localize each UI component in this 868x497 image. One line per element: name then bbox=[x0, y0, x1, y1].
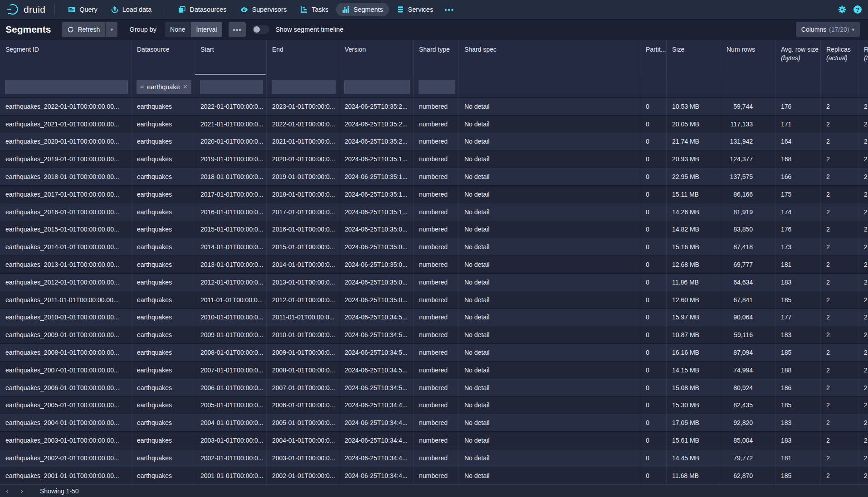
segment-timeline-toggle[interactable] bbox=[252, 25, 269, 34]
settings-gear-button[interactable] bbox=[838, 5, 846, 14]
datasource-filter-chip[interactable]: = earthquakes ✕ bbox=[137, 80, 191, 94]
column-header-size[interactable]: Size bbox=[667, 40, 721, 75]
cell-datasource: earthquakes bbox=[132, 309, 195, 326]
column-header-segment-id[interactable]: Segment ID bbox=[0, 40, 132, 75]
column-header-shard-type[interactable]: Shard type bbox=[414, 40, 459, 75]
nav-item-services[interactable]: Services bbox=[391, 3, 439, 16]
cell-start: 2002-01-01T00:00:0... bbox=[195, 449, 267, 467]
table-row[interactable]: earthquakes_2012-01-01T00:00:00.00... ea… bbox=[0, 274, 868, 291]
table-row[interactable]: earthquakes_2010-01-01T00:00:00.00... ea… bbox=[0, 309, 868, 327]
cell-end: 2019-01-01T00:00:0... bbox=[267, 168, 339, 185]
column-header-start[interactable]: Start bbox=[195, 40, 267, 75]
previous-page-button[interactable]: ‹ bbox=[0, 485, 15, 497]
cell-version: 2024-06-25T10:35:1... bbox=[339, 186, 414, 203]
table-row[interactable]: earthquakes_2015-01-01T00:00:00.00... ea… bbox=[0, 221, 868, 239]
help-button[interactable]: ? bbox=[853, 5, 862, 14]
table-row[interactable]: earthquakes_2009-01-01T00:00:00.00... ea… bbox=[0, 326, 868, 344]
table-row[interactable]: earthquakes_2006-01-01T00:00:00.00... ea… bbox=[0, 379, 868, 397]
table-row[interactable]: earthquakes_2002-01-01T00:00:00.00... ea… bbox=[0, 449, 868, 467]
table-row[interactable]: earthquakes_2022-01-01T00:00:00.00... ea… bbox=[0, 98, 868, 116]
column-header-end[interactable]: End bbox=[267, 40, 339, 75]
end-filter-input[interactable] bbox=[272, 80, 336, 94]
next-page-button[interactable]: › bbox=[15, 485, 29, 497]
column-header-replication-factor[interactable]: Replication factor (target) bbox=[858, 40, 868, 75]
cell-size: 14.15 MB bbox=[667, 362, 721, 379]
segment-id-filter-input[interactable] bbox=[5, 80, 128, 94]
table-row[interactable]: earthquakes_2017-01-01T00:00:00.00... ea… bbox=[0, 186, 868, 203]
table-row[interactable]: earthquakes_2007-01-01T00:00:00.00... ea… bbox=[0, 362, 868, 379]
column-header-shard-spec[interactable]: Shard spec bbox=[459, 40, 640, 75]
table-row[interactable]: earthquakes_2016-01-01T00:00:00.00... ea… bbox=[0, 203, 868, 221]
refresh-dropdown-button[interactable]: ▾ bbox=[105, 22, 117, 37]
cell-version: 2024-06-25T10:35:0... bbox=[339, 238, 414, 256]
cell-shard-spec: No detail bbox=[459, 274, 640, 291]
cell-start: 2019-01-01T00:00:0... bbox=[195, 150, 267, 168]
cell-size: 14.82 MB bbox=[667, 221, 721, 238]
cell-datasource: earthquakes bbox=[132, 186, 195, 203]
help-icon: ? bbox=[853, 5, 862, 14]
column-header-replicas[interactable]: Replicas (actual) bbox=[821, 40, 858, 75]
cell-num-rows: 86,166 bbox=[721, 186, 775, 203]
table-row[interactable]: earthquakes_2003-01-01T00:00:00.00... ea… bbox=[0, 432, 868, 449]
chevron-right-icon: › bbox=[20, 487, 23, 495]
more-actions-button[interactable]: ••• bbox=[229, 22, 246, 37]
cell-avg-row-size: 176 bbox=[775, 221, 821, 238]
table-row[interactable]: earthquakes_2005-01-01T00:00:00.00... ea… bbox=[0, 397, 868, 415]
nav-item-datasources[interactable]: Datasources bbox=[172, 3, 232, 16]
cell-segment-id: earthquakes_2003-01-01T00:00:00.00... bbox=[0, 432, 132, 449]
cell-segment-id: earthquakes_2005-01-01T00:00:00.00... bbox=[0, 397, 132, 414]
cell-replication-factor: 2 bbox=[858, 397, 868, 414]
cell-replication-factor: 2 bbox=[858, 116, 868, 133]
table-row[interactable]: earthquakes_2014-01-01T00:00:00.00... ea… bbox=[0, 238, 868, 256]
shard-type-filter-input[interactable] bbox=[419, 80, 455, 94]
nav-item-query[interactable]: Query bbox=[62, 3, 103, 16]
cell-shard-spec: No detail bbox=[459, 432, 640, 449]
filter-cell-shard-type bbox=[414, 75, 459, 97]
nav-item-load-data[interactable]: Load data bbox=[105, 3, 158, 16]
cell-segment-id: earthquakes_2022-01-01T00:00:00.00... bbox=[0, 98, 132, 115]
group-by-interval-button[interactable]: Interval bbox=[191, 22, 223, 37]
columns-button[interactable]: Columns (17/20) ▾ bbox=[796, 22, 860, 37]
cell-version: 2024-06-25T10:34:5... bbox=[339, 326, 414, 343]
refresh-button[interactable]: Refresh bbox=[62, 22, 105, 37]
table-row[interactable]: earthquakes_2019-01-01T00:00:00.00... ea… bbox=[0, 150, 868, 168]
cell-replicas: 2 bbox=[821, 168, 858, 185]
cell-replicas: 2 bbox=[821, 98, 858, 115]
start-filter-input[interactable] bbox=[200, 80, 263, 94]
close-icon[interactable]: ✕ bbox=[183, 83, 188, 90]
cell-size: 22.95 MB bbox=[667, 168, 721, 185]
column-header-datasource[interactable]: Datasource bbox=[132, 40, 195, 75]
table-row[interactable]: earthquakes_2021-01-01T00:00:00.00... ea… bbox=[0, 116, 868, 133]
table-row[interactable]: earthquakes_2018-01-01T00:00:00.00... ea… bbox=[0, 168, 868, 186]
version-filter-input[interactable] bbox=[344, 80, 410, 94]
table-row[interactable]: earthquakes_2013-01-01T00:00:00.00... ea… bbox=[0, 256, 868, 274]
cell-size: 12.68 MB bbox=[667, 256, 721, 273]
table-row[interactable]: earthquakes_2001-01-01T00:00:00.00... ea… bbox=[0, 467, 868, 484]
druid-logo[interactable]: druid bbox=[6, 3, 45, 16]
eye-icon bbox=[240, 6, 248, 14]
table-row[interactable]: earthquakes_2020-01-01T00:00:00.00... ea… bbox=[0, 133, 868, 151]
nav-item-supervisors[interactable]: Supervisors bbox=[234, 3, 293, 17]
column-header-avg-row-size[interactable]: Avg. row size (bytes) bbox=[775, 40, 821, 75]
cell-end: 2008-01-01T00:00:0... bbox=[267, 362, 339, 379]
table-row[interactable]: earthquakes_2011-01-01T00:00:00.00... ea… bbox=[0, 291, 868, 309]
table-row[interactable]: earthquakes_2004-01-01T00:00:00.00... ea… bbox=[0, 414, 868, 432]
cell-replicas: 2 bbox=[821, 116, 858, 133]
table-row[interactable]: earthquakes_2008-01-01T00:00:00.00... ea… bbox=[0, 344, 868, 362]
column-header-version[interactable]: Version bbox=[339, 40, 414, 75]
cell-replication-factor: 2 bbox=[858, 203, 868, 221]
cell-datasource: earthquakes bbox=[132, 379, 195, 396]
column-header-num-rows[interactable]: Num rows bbox=[721, 40, 775, 75]
group-by-none-button[interactable]: None bbox=[165, 22, 190, 37]
cell-start: 2022-01-01T00:00:0... bbox=[195, 98, 267, 115]
nav-more-button[interactable]: ••• bbox=[441, 3, 458, 17]
cell-replicas: 2 bbox=[821, 221, 858, 238]
column-header-partition[interactable]: Partit... bbox=[640, 40, 667, 75]
cell-shard-spec: No detail bbox=[459, 150, 640, 168]
cell-shard-type: numbered bbox=[414, 238, 459, 256]
cell-size: 17.05 MB bbox=[667, 414, 721, 431]
cell-avg-row-size: 173 bbox=[775, 238, 821, 256]
cell-size: 15.11 MB bbox=[667, 186, 721, 203]
nav-item-tasks[interactable]: Tasks bbox=[294, 3, 334, 16]
nav-item-segments[interactable]: Segments bbox=[336, 3, 389, 16]
